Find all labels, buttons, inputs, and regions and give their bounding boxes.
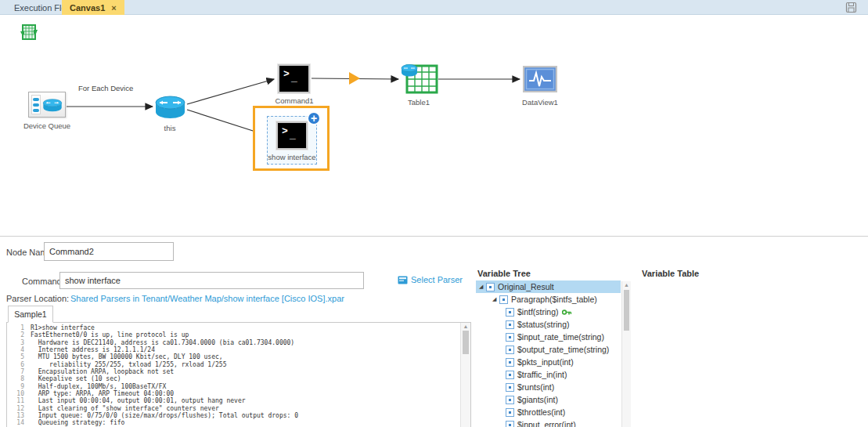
code-text: Encapsulation ARPA, loopback not set	[31, 368, 174, 375]
line-number: 7	[7, 368, 31, 375]
variable-icon	[506, 421, 514, 427]
tree-item-label: $output_rate_time(string)	[517, 345, 609, 354]
node-table1-label: Table1	[395, 98, 442, 107]
line-number: 3	[7, 339, 31, 346]
line-number: 8	[7, 375, 31, 382]
loop-table-icon[interactable]	[20, 24, 38, 44]
tab-bar: Execution Flow Canvas1 ×	[0, 0, 868, 15]
line-number: 11	[7, 397, 31, 404]
code-text: FastEthernet0/0 is up, line protocol is …	[31, 331, 189, 338]
variable-icon	[506, 383, 514, 392]
code-text: MTU 1500 bytes, BW 100000 Kbit/sec, DLY …	[31, 353, 223, 360]
expand-arrow-icon[interactable]: ◢	[492, 296, 499, 302]
variable-icon	[506, 371, 514, 379]
tab-sample1[interactable]: Sample1	[8, 306, 53, 323]
node-command1-label: Command1	[271, 96, 318, 105]
tree-item[interactable]: ◢Original_Result	[476, 280, 621, 293]
code-text: reliability 255/255, txload 1/255, rxloa…	[31, 361, 226, 368]
tree-item[interactable]: $output_rate_time(string)	[476, 343, 621, 356]
tree-item-label: $input_error(int)	[517, 420, 576, 427]
code-line: 2FastEthernet0/0 is up, line protocol is…	[7, 331, 459, 338]
flow-edges	[0, 15, 868, 236]
code-line: 1R1>show interface	[7, 324, 459, 331]
tree-item[interactable]: $traffic_in(int)	[476, 368, 621, 381]
edge-for-each-device-label: For Each Device	[77, 84, 135, 92]
tree-item[interactable]: $pkts_input(int)	[476, 356, 621, 368]
node-this-label: this	[146, 124, 193, 132]
tree-item-label: $input_rate_time(string)	[517, 332, 604, 342]
node-dataview1-label: DataView1	[517, 98, 564, 107]
tree-item[interactable]: $runts(int)	[476, 381, 621, 393]
properties-panel: Node Name: Command: Select Parser Parser…	[0, 236, 868, 427]
code-line: 12 Last clearing of "show interface" cou…	[7, 405, 459, 412]
tree-item[interactable]: $input_error(int)	[476, 418, 621, 427]
expand-arrow-icon[interactable]: ◢	[479, 284, 486, 290]
code-text: Internet address is 12.1.1.1/24	[31, 346, 155, 353]
router-icon	[402, 65, 417, 77]
variable-icon	[506, 320, 514, 329]
variable-table-title: Variable Table	[642, 269, 699, 278]
code-text: Queueing strategy: fifo	[31, 419, 124, 426]
line-number: 14	[7, 419, 31, 426]
code-line: 4 Internet address is 12.1.1.1/24	[7, 346, 459, 353]
code-line: 10 ARP type: ARPA, ARP Timeout 04:00:00	[7, 390, 459, 397]
variable-icon	[506, 333, 514, 342]
node-device-queue-label: Device Queue	[16, 121, 78, 130]
command-input[interactable]	[59, 272, 364, 289]
select-parser-button[interactable]: Select Parser	[398, 275, 463, 284]
tree-item[interactable]: $throttles(int)	[476, 406, 621, 418]
tab-canvas1[interactable]: Canvas1 ×	[62, 0, 124, 15]
router-icon	[42, 99, 63, 112]
variable-icon	[499, 295, 508, 304]
variable-tree-scrollbar[interactable]: ▲	[621, 281, 631, 427]
select-parser-icon	[398, 276, 408, 284]
line-number: 6	[7, 361, 31, 368]
queue-list-icon	[31, 95, 41, 114]
sample-code-editor[interactable]: 1R1>show interface2FastEthernet0/0 is up…	[6, 322, 471, 427]
node-device-queue[interactable]	[28, 92, 66, 118]
variable-icon	[486, 283, 495, 291]
flow-canvas[interactable]: Device Queue For Each Device this >_ Com…	[0, 15, 868, 236]
node-dataview1[interactable]	[523, 66, 557, 96]
tree-item-label: $giants(int)	[517, 395, 558, 404]
add-node-icon[interactable]: +	[307, 111, 321, 125]
node-show-interface-selection[interactable]: >_ show interface +	[253, 106, 330, 171]
code-line: 11 Last input 00:00:04, output 00:00:01,…	[7, 397, 459, 404]
code-text: ARP type: ARPA, ARP Timeout 04:00:00	[31, 390, 174, 397]
node-command1[interactable]: >_	[278, 64, 310, 93]
tree-item-label: $pkts_input(int)	[517, 357, 574, 367]
save-icon[interactable]	[845, 2, 857, 13]
variable-icon	[506, 308, 514, 317]
code-text: Keepalive set (10 sec)	[31, 375, 121, 382]
code-scrollbar[interactable]: ▲	[460, 323, 470, 427]
tree-item[interactable]: $giants(int)	[476, 393, 621, 406]
tree-item[interactable]: $status(string)	[476, 318, 621, 331]
code-text: Input queue: 0/75/0/0 (size/max/drops/fl…	[31, 412, 298, 419]
tree-item[interactable]: ◢Paragraph($intfs_table)	[476, 293, 621, 306]
line-number: 4	[7, 346, 31, 353]
line-number: 12	[7, 405, 31, 412]
node-table1[interactable]	[401, 63, 438, 97]
code-line: 14 Queueing strategy: fifo	[7, 419, 459, 426]
code-text: Half-duplex, 100Mb/s, 100BaseTX/FX	[31, 383, 166, 390]
tab-sample1-label: Sample1	[14, 309, 46, 319]
code-line: 8 Keepalive set (10 sec)	[7, 375, 459, 382]
code-line: 3 Hardware is DEC21140, address is ca01.…	[7, 339, 459, 346]
variable-icon	[506, 346, 514, 354]
tree-item-label: Paragraph($intfs_table)	[511, 295, 597, 304]
node-name-input[interactable]	[44, 242, 174, 261]
variable-tree-title: Variable Tree	[477, 269, 531, 278]
key-icon	[562, 309, 572, 316]
breakpoint-arrow-icon	[349, 72, 360, 85]
close-icon[interactable]: ×	[111, 3, 116, 13]
tree-item-label: $status(string)	[517, 320, 570, 329]
tree-item[interactable]: $intf(string)	[476, 306, 621, 318]
tree-item-label: $runts(int)	[517, 382, 554, 392]
tree-item[interactable]: $input_rate_time(string)	[476, 331, 621, 343]
code-line: 5 MTU 1500 bytes, BW 100000 Kbit/sec, DL…	[7, 353, 459, 360]
parser-location-link[interactable]: Shared Parsers in Tenant/Weather Map/sho…	[70, 294, 344, 303]
code-text: R1>show interface	[31, 324, 95, 331]
variable-icon	[506, 408, 514, 417]
node-this[interactable]	[154, 95, 186, 123]
tree-item-label: $intf(string)	[517, 307, 559, 317]
